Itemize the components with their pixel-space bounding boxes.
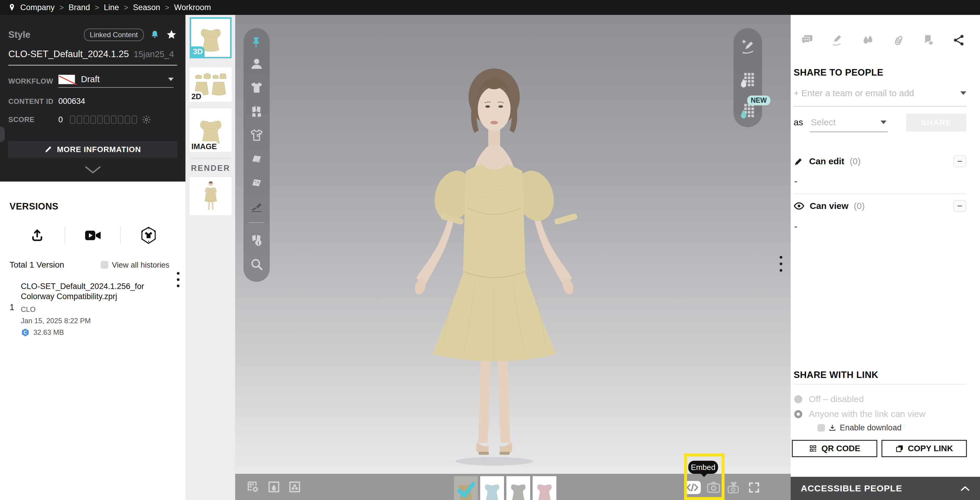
colorway-tile-selected[interactable] xyxy=(454,476,478,500)
video-capture-icon[interactable] xyxy=(84,228,101,243)
right-panel-menu-kebab-icon[interactable] xyxy=(780,256,782,272)
viewport-left-toolbar: i xyxy=(243,28,270,282)
link-off-option[interactable]: Off – disabled xyxy=(794,394,864,404)
breadcrumb-item[interactable]: Brand xyxy=(68,3,90,12)
chevron-up-icon xyxy=(960,486,970,491)
add-annotation-icon[interactable] xyxy=(740,39,756,54)
pin-tool-icon[interactable] xyxy=(250,35,263,49)
thumbnail-image[interactable]: IMAGE xyxy=(189,108,232,152)
fabric-tool-icon[interactable] xyxy=(250,152,264,165)
garment-tool-icon[interactable] xyxy=(250,81,264,94)
view-all-histories-label: View all histories xyxy=(112,260,169,270)
title-divider xyxy=(8,65,177,65)
radio-selected-icon[interactable] xyxy=(794,410,802,418)
version-filename[interactable]: CLO-SET_Default_2024.1.256_for Colorway … xyxy=(21,281,152,302)
attachment-icon[interactable] xyxy=(892,33,904,47)
colorways-icon[interactable] xyxy=(862,33,874,47)
score-row: SCORE 0 xyxy=(8,115,177,124)
thumbnail-3d[interactable]: 3D xyxy=(189,17,232,58)
enable-download-option[interactable]: Enable download xyxy=(818,423,901,432)
breadcrumb-item[interactable]: Line xyxy=(104,3,119,12)
pattern-info-tool-icon[interactable]: i xyxy=(250,233,264,247)
accessible-people-bar[interactable]: ACCESSIBLE PEOPLE xyxy=(791,477,980,500)
bookmark-link-icon[interactable] xyxy=(923,33,935,47)
style-title-suffix: 15jan25_4 xyxy=(134,49,174,59)
share-button[interactable]: SHARE xyxy=(906,114,966,132)
view-all-histories-checkbox[interactable] xyxy=(100,261,108,269)
chevron-down-icon[interactable] xyxy=(960,91,966,95)
can-edit-row: Can edit (0) − xyxy=(794,156,966,167)
divider xyxy=(794,194,966,194)
snapshot-3d-icon[interactable] xyxy=(726,480,742,495)
edit-pencil-icon xyxy=(794,156,804,167)
colorway-tile[interactable] xyxy=(506,476,530,500)
trim-view-icon[interactable] xyxy=(288,480,302,494)
breadcrumb: Company > Brand > Line > Season > Workro… xyxy=(8,3,211,12)
breadcrumb-item[interactable]: Company xyxy=(20,3,55,12)
notification-bell-icon[interactable] xyxy=(150,29,160,40)
download-icon xyxy=(829,424,836,432)
avatar-tool-icon[interactable] xyxy=(250,57,264,71)
expand-panel-chevron-icon[interactable] xyxy=(84,165,102,175)
role-select[interactable]: Select xyxy=(810,114,888,132)
share-icon[interactable] xyxy=(953,33,965,47)
material-view-icon[interactable] xyxy=(267,480,281,494)
viewport-3d[interactable]: i NEW xyxy=(235,15,791,500)
breadcrumb-separator: > xyxy=(60,3,64,12)
content-id-label: CONTENT ID xyxy=(8,97,58,106)
svg-text:C: C xyxy=(24,330,27,335)
zoom-search-tool-icon[interactable] xyxy=(250,257,264,271)
enable-download-label: Enable download xyxy=(840,423,901,432)
workflow-select[interactable]: Draft xyxy=(58,75,173,88)
can-view-label: Can view xyxy=(810,201,848,211)
shirt-detail-tool-icon[interactable] xyxy=(250,128,264,142)
workflow-status-swatch xyxy=(58,75,75,84)
fabric-texture-tool-icon[interactable] xyxy=(250,176,264,189)
can-edit-empty: - xyxy=(794,176,797,187)
version-menu-kebab-icon[interactable] xyxy=(177,272,180,287)
measure-tool-icon[interactable] xyxy=(250,200,264,213)
upload-version-icon[interactable] xyxy=(29,227,45,244)
annotate-icon[interactable] xyxy=(832,33,844,47)
garment-3d-box-icon[interactable] xyxy=(140,227,157,244)
thumbnail-3d-label: 3D xyxy=(191,46,205,57)
version-list-item[interactable]: 1 CLO-SET_Default_2024.1.256_for Colorwa… xyxy=(10,281,176,337)
score-label: SCORE xyxy=(8,116,58,124)
thumbnail-2d[interactable]: 2D xyxy=(189,67,232,102)
divider xyxy=(249,222,264,223)
radio-off-icon[interactable] xyxy=(794,395,802,403)
comments-icon[interactable] xyxy=(801,34,813,46)
viewport-right-toolbar: NEW xyxy=(733,28,762,127)
pattern-pieces-tool-icon[interactable] xyxy=(250,105,264,118)
qr-code-button[interactable]: QR CODE xyxy=(792,440,877,457)
eye-icon xyxy=(794,201,804,211)
breadcrumb-item-current[interactable]: Workroom xyxy=(174,3,211,12)
collapse-can-view-button[interactable]: − xyxy=(953,200,966,212)
share-recipient-input[interactable] xyxy=(794,88,960,98)
avatar-3d-model[interactable] xyxy=(235,15,791,500)
style-panel: Style Linked Content CLO-SET_Default_202… xyxy=(0,15,185,500)
colorway-settings-icon[interactable] xyxy=(246,480,260,494)
colorway-tile[interactable] xyxy=(533,476,556,500)
copy-icon xyxy=(896,444,904,453)
versions-heading: VERSIONS xyxy=(10,201,176,212)
link-off-label: Off – disabled xyxy=(809,394,864,404)
collapse-can-edit-button[interactable]: − xyxy=(953,156,966,167)
colorway-tile[interactable] xyxy=(480,476,504,500)
breadcrumb-item[interactable]: Season xyxy=(133,3,161,12)
link-anyone-option[interactable]: Anyone with the link can view xyxy=(794,409,926,419)
fullscreen-icon[interactable] xyxy=(747,481,761,494)
colorway-grid-icon[interactable] xyxy=(740,72,756,88)
style-section-label: Style xyxy=(8,29,30,40)
can-view-count: (0) xyxy=(854,201,865,211)
share-to-people-heading: SHARE TO PEOPLE xyxy=(794,67,883,78)
enable-download-checkbox[interactable] xyxy=(818,424,825,432)
link-anyone-label: Anyone with the link can view xyxy=(809,409,926,419)
more-information-button[interactable]: MORE INFORMATION xyxy=(8,141,177,158)
favorite-star-icon[interactable] xyxy=(166,29,177,40)
workflow-row: WORKFLOW Draft xyxy=(8,75,177,88)
thumbnail-render[interactable] xyxy=(189,177,232,215)
panel-collapse-handle[interactable] xyxy=(0,127,5,142)
copy-link-button[interactable]: COPY LINK xyxy=(881,440,967,457)
score-settings-gear-icon[interactable] xyxy=(142,115,151,124)
